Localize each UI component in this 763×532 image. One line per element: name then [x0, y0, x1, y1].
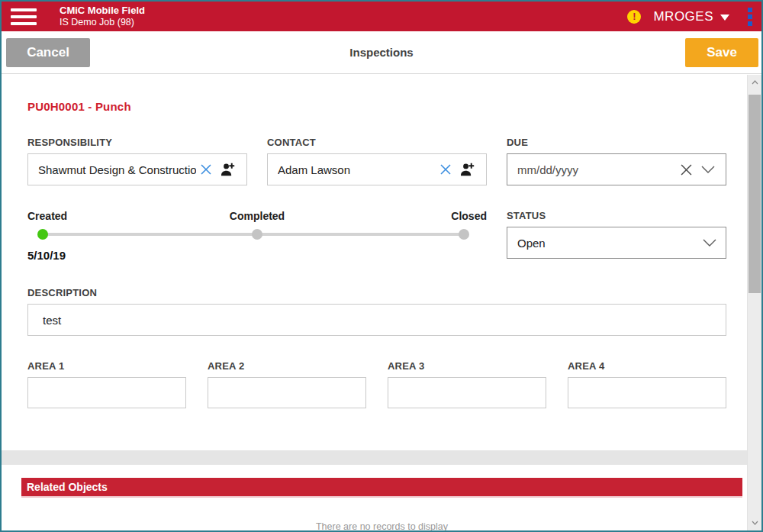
form-row-2: Created Completed Closed 5/10/19 STATUS [27, 210, 726, 262]
person-add-icon[interactable] [456, 163, 480, 176]
contact-label: CONTACT [267, 137, 487, 148]
header-title-block: CMiC Mobile Field IS Demo Job (98) [60, 5, 145, 29]
header-actions: ! MROGES [627, 8, 752, 26]
kebab-menu-icon[interactable] [748, 8, 752, 26]
responsibility-label: RESPONSIBILITY [27, 137, 247, 148]
due-label: DUE [507, 137, 726, 148]
status-value: Open [517, 237, 546, 250]
description-label: DESCRIPTION [27, 287, 726, 298]
clear-icon[interactable] [196, 164, 216, 175]
area4-field: AREA 4 [568, 360, 726, 408]
area2-label: AREA 2 [208, 360, 366, 372]
scroll-up-icon[interactable] [748, 76, 761, 89]
timeline-labels: Created Completed Closed [27, 210, 487, 223]
area2-input[interactable] [208, 377, 366, 408]
form-row-4: AREA 1 AREA 2 AREA 3 AREA 4 [27, 360, 726, 408]
save-button[interactable]: Save [685, 38, 758, 67]
area3-field: AREA 3 [388, 360, 546, 408]
milestone-closed-dot [459, 229, 469, 240]
app-window: CMiC Mobile Field IS Demo Job (98) ! MRO… [0, 0, 763, 532]
section-divider [2, 450, 747, 465]
area3-input[interactable] [388, 377, 546, 408]
due-date-input[interactable] [507, 163, 676, 176]
due-field: DUE [507, 137, 726, 185]
area1-label: AREA 1 [27, 360, 186, 372]
responsibility-input[interactable] [28, 163, 196, 176]
milestone-completed-dot [252, 229, 262, 240]
status-timeline: Created Completed Closed 5/10/19 [27, 210, 487, 262]
scrollbar-thumb[interactable] [749, 95, 761, 293]
area1-input[interactable] [27, 377, 186, 408]
clear-icon[interactable] [436, 164, 456, 175]
hamburger-menu-icon[interactable] [11, 8, 37, 25]
form-row-1: RESPONSIBILITY CONTACT [27, 137, 726, 185]
app-header: CMiC Mobile Field IS Demo Job (98) ! MRO… [2, 2, 761, 31]
job-subtitle: IS Demo Job (98) [60, 17, 145, 29]
chevron-down-icon[interactable] [697, 166, 720, 173]
scrollbar[interactable] [747, 75, 761, 530]
status-field: STATUS Open [507, 210, 726, 262]
milestone-completed-label: Completed [27, 210, 487, 222]
page-title: Inspections [2, 46, 761, 59]
chevron-down-icon [703, 239, 716, 247]
user-name: MROGES [653, 9, 713, 24]
app-title: CMiC Mobile Field [60, 5, 145, 17]
responsibility-field: RESPONSIBILITY [27, 137, 247, 185]
responsibility-box [27, 153, 247, 185]
form-row-3: DESCRIPTION [27, 287, 726, 336]
due-box [507, 153, 726, 185]
clear-icon[interactable] [676, 164, 697, 176]
record-heading: PU0H0001 - Punch [27, 100, 726, 113]
warning-icon[interactable]: ! [627, 10, 641, 24]
action-toolbar: Cancel Inspections Save [2, 31, 761, 74]
created-date: 5/10/19 [27, 249, 487, 262]
contact-box [267, 153, 487, 185]
related-objects-header: Related Objects [21, 478, 742, 498]
contact-input[interactable] [268, 163, 436, 176]
area2-field: AREA 2 [208, 360, 366, 408]
area1-field: AREA 1 [27, 360, 186, 408]
area4-input[interactable] [568, 377, 726, 408]
milestone-closed-label: Closed [451, 210, 487, 222]
description-input[interactable] [27, 304, 726, 336]
milestone-created-dot [37, 229, 48, 240]
status-select[interactable]: Open [507, 227, 726, 259]
contact-field: CONTACT [267, 137, 487, 185]
person-add-icon[interactable] [216, 163, 240, 176]
user-menu-button[interactable]: MROGES [653, 9, 729, 24]
caret-down-icon [720, 15, 729, 21]
empty-records-message: There are no records to display [21, 521, 742, 530]
form-scroll-area: PU0H0001 - Punch RESPONSIBILITY [2, 75, 747, 530]
inspection-form: PU0H0001 - Punch RESPONSIBILITY [2, 75, 747, 450]
cancel-button[interactable]: Cancel [6, 38, 90, 67]
status-label: STATUS [507, 210, 726, 221]
timeline-track [27, 229, 487, 240]
area4-label: AREA 4 [568, 360, 726, 372]
related-objects-section: Related Objects There are no records to … [2, 465, 747, 530]
scroll-down-icon[interactable] [748, 517, 761, 529]
area3-label: AREA 3 [388, 360, 546, 372]
